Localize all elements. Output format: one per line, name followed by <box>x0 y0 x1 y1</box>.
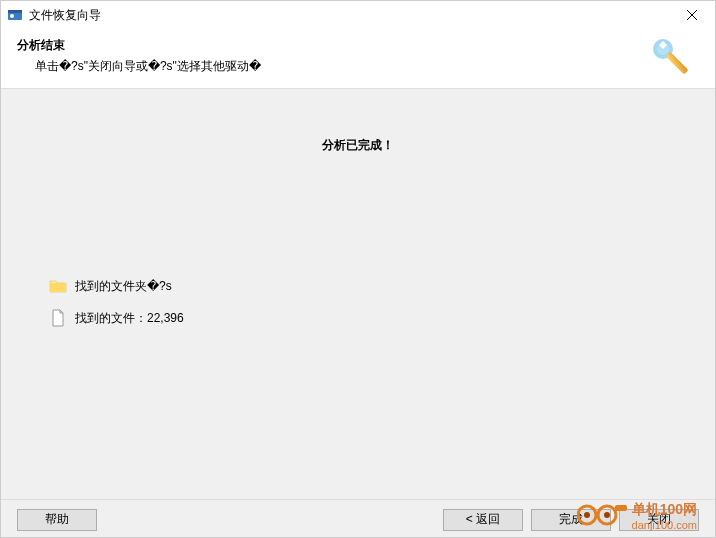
close-icon <box>687 10 697 20</box>
wizard-heading: 分析结束 <box>17 37 699 54</box>
help-button[interactable]: 帮助 <box>17 509 97 531</box>
analysis-complete-message: 分析已完成！ <box>1 89 715 154</box>
wizard-content: 分析已完成！ 找到的文件夹�?s 找到的文件： 22,396 <box>1 89 715 499</box>
found-files-count: 22,396 <box>147 311 184 325</box>
finish-button[interactable]: 完成 <box>531 509 611 531</box>
folder-icon <box>49 277 67 295</box>
file-icon <box>49 309 67 327</box>
found-files-row: 找到的文件： 22,396 <box>49 309 184 327</box>
titlebar: 文件恢复向导 <box>1 1 715 29</box>
wizard-footer: 帮助 < 返回 完成 关闭 <box>1 499 715 538</box>
svg-point-2 <box>10 14 14 18</box>
results-list: 找到的文件夹�?s 找到的文件： 22,396 <box>49 277 184 341</box>
found-folders-label: 找到的文件夹�?s <box>75 278 172 295</box>
svg-rect-1 <box>8 10 22 13</box>
wizard-subheading: 单击�?s"关闭向导或�?s"选择其他驱动� <box>35 58 699 75</box>
found-folders-row: 找到的文件夹�?s <box>49 277 184 295</box>
back-button[interactable]: < 返回 <box>443 509 523 531</box>
window-title: 文件恢复向导 <box>29 7 101 24</box>
wizard-header: 分析结束 单击�?s"关闭向导或�?s"选择其他驱动� <box>1 29 715 89</box>
app-icon <box>7 7 23 23</box>
window-close-button[interactable] <box>675 4 709 26</box>
found-files-label: 找到的文件： <box>75 310 147 327</box>
svg-rect-8 <box>666 52 689 75</box>
wizard-wand-icon <box>649 35 691 77</box>
close-button[interactable]: 关闭 <box>619 509 699 531</box>
